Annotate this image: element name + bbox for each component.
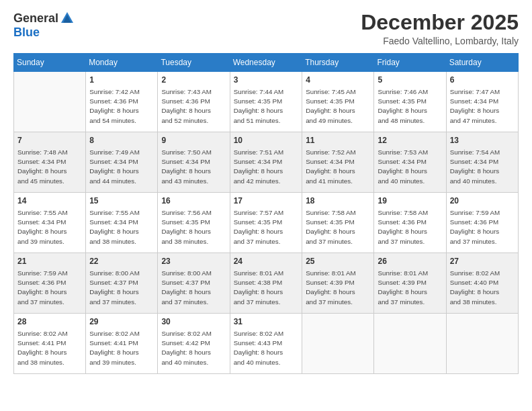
col-tuesday: Tuesday <box>158 54 230 72</box>
day-info: Sunrise: 7:54 AMSunset: 4:34 PMDaylight:… <box>450 148 515 186</box>
day-info: Sunrise: 7:50 AMSunset: 4:34 PMDaylight:… <box>161 148 226 186</box>
header: General Blue December 2025 Faedo Valtell… <box>13 11 519 46</box>
table-cell: 25Sunrise: 8:01 AMSunset: 4:39 PMDayligh… <box>302 253 374 314</box>
day-number: 28 <box>17 316 82 328</box>
table-cell: 27Sunrise: 8:02 AMSunset: 4:40 PMDayligh… <box>446 253 518 314</box>
table-row: 28Sunrise: 8:02 AMSunset: 4:41 PMDayligh… <box>14 314 519 374</box>
day-info: Sunrise: 7:53 AMSunset: 4:34 PMDaylight:… <box>378 148 442 186</box>
col-thursday: Thursday <box>302 54 374 72</box>
day-info: Sunrise: 7:45 AMSunset: 4:35 PMDaylight:… <box>306 87 370 126</box>
day-number: 13 <box>450 135 515 146</box>
table-cell: 23Sunrise: 8:00 AMSunset: 4:37 PMDayligh… <box>158 253 230 314</box>
table-row: 1Sunrise: 7:42 AMSunset: 4:36 PMDaylight… <box>14 72 519 132</box>
table-cell: 29Sunrise: 8:02 AMSunset: 4:41 PMDayligh… <box>86 314 158 374</box>
day-number: 16 <box>161 195 226 207</box>
table-cell: 6Sunrise: 7:47 AMSunset: 4:34 PMDaylight… <box>446 72 518 132</box>
table-cell: 8Sunrise: 7:49 AMSunset: 4:34 PMDaylight… <box>86 132 158 193</box>
table-row: 7Sunrise: 7:48 AMSunset: 4:34 PMDaylight… <box>14 132 519 193</box>
table-cell <box>374 314 446 374</box>
location-title: Faedo Valtellino, Lombardy, Italy <box>361 36 519 46</box>
day-number: 10 <box>234 135 299 146</box>
calendar-table: Sunday Monday Tuesday Wednesday Thursday… <box>13 53 519 374</box>
day-number: 7 <box>17 135 82 146</box>
day-number: 23 <box>161 256 226 267</box>
day-info: Sunrise: 7:55 AMSunset: 4:34 PMDaylight:… <box>89 208 154 246</box>
table-cell: 31Sunrise: 8:02 AMSunset: 4:43 PMDayligh… <box>230 314 302 374</box>
table-cell: 1Sunrise: 7:42 AMSunset: 4:36 PMDaylight… <box>86 72 158 132</box>
table-cell: 22Sunrise: 8:00 AMSunset: 4:37 PMDayligh… <box>86 253 158 314</box>
day-info: Sunrise: 7:46 AMSunset: 4:35 PMDaylight:… <box>378 87 442 126</box>
col-saturday: Saturday <box>446 54 518 72</box>
table-cell: 12Sunrise: 7:53 AMSunset: 4:34 PMDayligh… <box>374 132 446 193</box>
table-row: 14Sunrise: 7:55 AMSunset: 4:34 PMDayligh… <box>14 193 519 253</box>
day-info: Sunrise: 8:02 AMSunset: 4:41 PMDaylight:… <box>89 329 154 367</box>
day-number: 17 <box>234 195 299 207</box>
day-info: Sunrise: 7:48 AMSunset: 4:34 PMDaylight:… <box>17 148 82 186</box>
table-cell: 4Sunrise: 7:45 AMSunset: 4:35 PMDaylight… <box>302 72 374 132</box>
title-section: December 2025 Faedo Valtellino, Lombardy… <box>361 11 519 46</box>
day-info: Sunrise: 7:55 AMSunset: 4:34 PMDaylight:… <box>17 208 82 246</box>
table-cell: 11Sunrise: 7:52 AMSunset: 4:34 PMDayligh… <box>302 132 374 193</box>
day-number: 19 <box>378 195 442 207</box>
day-number: 31 <box>234 316 299 328</box>
day-info: Sunrise: 7:59 AMSunset: 4:36 PMDaylight:… <box>450 208 515 246</box>
day-info: Sunrise: 7:47 AMSunset: 4:34 PMDaylight:… <box>450 87 515 126</box>
day-info: Sunrise: 7:58 AMSunset: 4:35 PMDaylight:… <box>306 208 370 246</box>
day-number: 9 <box>161 135 226 146</box>
day-number: 27 <box>450 256 515 267</box>
col-sunday: Sunday <box>14 54 86 72</box>
day-info: Sunrise: 7:42 AMSunset: 4:36 PMDaylight:… <box>89 87 154 126</box>
table-cell <box>446 314 518 374</box>
table-cell: 19Sunrise: 7:58 AMSunset: 4:36 PMDayligh… <box>374 193 446 253</box>
table-cell: 5Sunrise: 7:46 AMSunset: 4:35 PMDaylight… <box>374 72 446 132</box>
day-info: Sunrise: 8:02 AMSunset: 4:40 PMDaylight:… <box>450 269 515 307</box>
table-cell: 17Sunrise: 7:57 AMSunset: 4:35 PMDayligh… <box>230 193 302 253</box>
table-cell: 3Sunrise: 7:44 AMSunset: 4:35 PMDaylight… <box>230 72 302 132</box>
day-number: 25 <box>306 256 370 267</box>
day-number: 21 <box>17 256 82 267</box>
day-number: 2 <box>161 75 226 86</box>
day-info: Sunrise: 7:57 AMSunset: 4:35 PMDaylight:… <box>234 208 299 246</box>
day-info: Sunrise: 7:59 AMSunset: 4:36 PMDaylight:… <box>17 269 82 307</box>
day-info: Sunrise: 7:43 AMSunset: 4:36 PMDaylight:… <box>161 87 226 126</box>
day-number: 18 <box>306 195 370 207</box>
day-number: 15 <box>89 195 154 207</box>
day-number: 8 <box>89 135 154 146</box>
logo-blue: Blue <box>13 26 40 40</box>
day-info: Sunrise: 8:02 AMSunset: 4:43 PMDaylight:… <box>234 329 299 367</box>
day-info: Sunrise: 8:02 AMSunset: 4:42 PMDaylight:… <box>161 329 226 367</box>
day-info: Sunrise: 7:51 AMSunset: 4:34 PMDaylight:… <box>234 148 299 186</box>
table-cell: 7Sunrise: 7:48 AMSunset: 4:34 PMDaylight… <box>14 132 86 193</box>
day-number: 14 <box>17 195 82 207</box>
col-friday: Friday <box>374 54 446 72</box>
day-number: 3 <box>234 75 299 86</box>
table-cell: 10Sunrise: 7:51 AMSunset: 4:34 PMDayligh… <box>230 132 302 193</box>
month-title: December 2025 <box>361 11 519 34</box>
table-cell: 2Sunrise: 7:43 AMSunset: 4:36 PMDaylight… <box>158 72 230 132</box>
header-row: Sunday Monday Tuesday Wednesday Thursday… <box>14 54 519 72</box>
day-info: Sunrise: 8:00 AMSunset: 4:37 PMDaylight:… <box>161 269 226 307</box>
day-number: 20 <box>450 195 515 207</box>
day-info: Sunrise: 8:01 AMSunset: 4:38 PMDaylight:… <box>234 269 299 307</box>
day-number: 29 <box>89 316 154 328</box>
col-monday: Monday <box>86 54 158 72</box>
table-cell: 14Sunrise: 7:55 AMSunset: 4:34 PMDayligh… <box>14 193 86 253</box>
table-cell: 18Sunrise: 7:58 AMSunset: 4:35 PMDayligh… <box>302 193 374 253</box>
day-number: 22 <box>89 256 154 267</box>
day-number: 12 <box>378 135 442 146</box>
table-cell: 26Sunrise: 8:01 AMSunset: 4:39 PMDayligh… <box>374 253 446 314</box>
day-info: Sunrise: 7:56 AMSunset: 4:35 PMDaylight:… <box>161 208 226 246</box>
table-cell: 16Sunrise: 7:56 AMSunset: 4:35 PMDayligh… <box>158 193 230 253</box>
day-number: 30 <box>161 316 226 328</box>
day-info: Sunrise: 7:52 AMSunset: 4:34 PMDaylight:… <box>306 148 370 186</box>
day-info: Sunrise: 7:44 AMSunset: 4:35 PMDaylight:… <box>234 87 299 126</box>
day-number: 6 <box>450 75 515 86</box>
table-cell: 30Sunrise: 8:02 AMSunset: 4:42 PMDayligh… <box>158 314 230 374</box>
day-info: Sunrise: 8:02 AMSunset: 4:41 PMDaylight:… <box>17 329 82 367</box>
table-cell <box>302 314 374 374</box>
logo-icon <box>60 11 75 26</box>
table-cell: 20Sunrise: 7:59 AMSunset: 4:36 PMDayligh… <box>446 193 518 253</box>
day-info: Sunrise: 7:58 AMSunset: 4:36 PMDaylight:… <box>378 208 442 246</box>
day-number: 24 <box>234 256 299 267</box>
day-number: 11 <box>306 135 370 146</box>
